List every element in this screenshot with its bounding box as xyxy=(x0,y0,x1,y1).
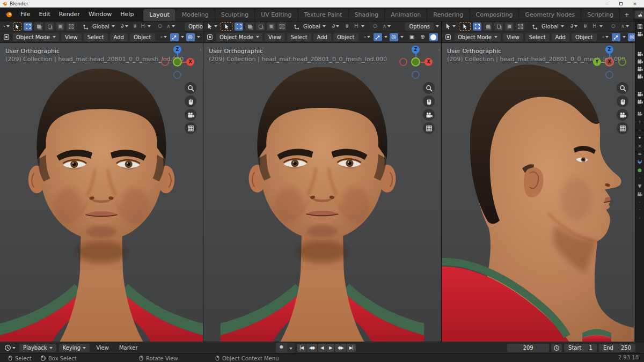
overlays-dropdown[interactable] xyxy=(197,36,200,38)
transform-orientation[interactable]: Global xyxy=(303,24,320,29)
select-mode-invert[interactable] xyxy=(505,23,514,31)
view-menu[interactable]: View xyxy=(61,33,82,41)
pivot-point-button[interactable]: ∂ xyxy=(120,23,129,31)
vp2-canvas[interactable]: User Orthographic (209) Collection | hea… xyxy=(203,43,441,342)
camera-toggle-icon[interactable] xyxy=(637,31,643,37)
gizmo-axis-x[interactable]: X xyxy=(186,58,194,66)
editor-type-button[interactable] xyxy=(206,23,218,31)
select-mode-subtract[interactable] xyxy=(45,23,54,31)
xray-toggle[interactable]: ▣ xyxy=(408,33,416,41)
head-model-front[interactable] xyxy=(0,43,203,342)
prev-keyframe-button[interactable]: ◀◆ xyxy=(306,344,317,352)
pan-hand-icon[interactable] xyxy=(185,95,196,107)
tab-shading[interactable]: Shading xyxy=(349,9,385,21)
tab-animation[interactable]: Animation xyxy=(385,9,427,21)
menu-file[interactable]: File xyxy=(16,11,34,18)
record-options-dropdown[interactable] xyxy=(287,343,295,353)
jump-to-start-button[interactable]: |◀ xyxy=(297,344,306,352)
gizmo-axis-z[interactable]: Z xyxy=(412,46,420,54)
show-gizmos-button[interactable] xyxy=(612,33,620,41)
add-menu[interactable]: Add xyxy=(552,33,569,41)
zoom-icon[interactable] xyxy=(423,82,435,94)
blender-menu-icon[interactable] xyxy=(4,10,14,19)
end-frame-field[interactable]: End250 xyxy=(599,344,635,352)
camera-view-icon[interactable] xyxy=(617,109,628,121)
use-preview-range-icon[interactable] xyxy=(551,344,562,352)
playback-menu[interactable]: Playback xyxy=(19,344,56,352)
gizmo-axis-y-neg[interactable] xyxy=(618,58,626,66)
falloff-curve-button[interactable]: ∧ xyxy=(166,23,175,31)
active-tool-select-box[interactable] xyxy=(13,22,21,31)
start-frame-field[interactable]: Start1 xyxy=(564,344,597,352)
gizmo-axis-z-neg[interactable] xyxy=(412,71,420,79)
timeline-view-menu[interactable]: View xyxy=(92,344,113,352)
properties-tab-data[interactable]: ● xyxy=(638,166,642,174)
orientation-dropdown[interactable] xyxy=(112,25,115,27)
next-keyframe-button[interactable]: ◆▶ xyxy=(335,344,346,352)
zoom-icon[interactable] xyxy=(185,82,196,94)
shading-wireframe-button[interactable]: ⊕ xyxy=(419,33,427,41)
active-tool-select-box[interactable] xyxy=(221,22,232,31)
scene-browse-button[interactable] xyxy=(635,11,644,18)
orientation-dropdown[interactable] xyxy=(323,25,326,27)
select-mode-intersect[interactable] xyxy=(516,23,524,31)
proportional-editing-button[interactable]: ⊙ xyxy=(156,23,164,31)
mode-selector[interactable]: Object Mode xyxy=(13,33,59,41)
snap-increment-button[interactable]: H· xyxy=(353,23,365,31)
overlays-dropdown[interactable] xyxy=(400,36,404,38)
tab-geometry-nodes[interactable]: Geometry Nodes xyxy=(519,9,581,21)
shading-material-button[interactable] xyxy=(440,33,441,41)
selectability-visibility-button[interactable] xyxy=(601,33,610,41)
select-mode-set[interactable] xyxy=(24,23,32,31)
pan-hand-icon[interactable] xyxy=(423,95,435,107)
camera-toggle-icon[interactable] xyxy=(637,73,643,79)
snap-increment-button[interactable]: H· xyxy=(142,23,150,31)
menu-help[interactable]: Help xyxy=(116,11,138,18)
gizmo-axis-x-front[interactable]: X xyxy=(605,57,614,67)
minimize-button[interactable]: − xyxy=(600,0,614,8)
camera-view-icon[interactable] xyxy=(423,109,435,121)
show-overlays-button[interactable]: ◎ xyxy=(186,33,195,41)
camera-toggle-icon[interactable] xyxy=(637,99,643,105)
gizmo-axis-x[interactable]: X xyxy=(425,58,433,66)
selectability-visibility-button[interactable] xyxy=(363,33,371,41)
selectability-visibility-button[interactable] xyxy=(159,33,168,41)
timeline-editor-type-button[interactable] xyxy=(3,344,17,352)
tab-layout[interactable]: Layout xyxy=(143,9,175,21)
add-menu[interactable]: Add xyxy=(110,33,128,41)
tab-rendering[interactable]: Rendering xyxy=(427,9,469,21)
snapping-magnet-icon[interactable] xyxy=(131,23,140,31)
editor-type-3d-viewport[interactable] xyxy=(444,33,452,41)
proportional-editing-button[interactable]: ⊙ xyxy=(609,23,618,31)
select-mode-set[interactable] xyxy=(473,23,481,31)
current-frame-field[interactable]: 209 xyxy=(507,344,549,352)
menu-window[interactable]: Window xyxy=(84,11,116,18)
gizmo-axis-y-front[interactable] xyxy=(411,57,420,67)
toggle-perspective-icon[interactable] xyxy=(617,122,628,134)
gizmo-axis-y[interactable]: Y xyxy=(593,58,601,66)
shading-solid-button[interactable] xyxy=(429,33,438,41)
object-menu[interactable]: Object xyxy=(333,33,358,41)
pivot-point-button[interactable]: ∂ xyxy=(569,23,579,31)
tab-scripting[interactable]: Scripting xyxy=(581,9,619,21)
gizmo-axis-y-front[interactable] xyxy=(173,57,182,67)
menu-render[interactable]: Render xyxy=(55,11,84,18)
camera-view-icon[interactable] xyxy=(185,109,196,121)
gizmos-dropdown[interactable] xyxy=(181,36,184,38)
select-mode-extend[interactable] xyxy=(245,23,254,31)
transform-orientation[interactable]: Global xyxy=(92,24,109,29)
show-gizmos-button[interactable] xyxy=(374,33,382,41)
menu-edit[interactable]: Edit xyxy=(34,11,54,18)
orientation-dropdown[interactable] xyxy=(561,25,564,27)
editor-type-3d-viewport[interactable] xyxy=(2,33,11,41)
navigation-gizmo[interactable]: Z X xyxy=(161,46,194,79)
gizmo-axis-x-neg[interactable] xyxy=(161,58,169,66)
play-reverse-button[interactable]: ◀ xyxy=(318,344,326,352)
mode-selector[interactable]: Object Mode xyxy=(216,33,262,41)
head-model-profile[interactable] xyxy=(442,43,635,342)
gizmo-axis-z[interactable]: Z xyxy=(605,46,613,54)
show-gizmos-button[interactable] xyxy=(170,33,179,41)
properties-tab-render[interactable] xyxy=(637,109,642,117)
gizmo-axis-z-neg[interactable] xyxy=(605,71,613,79)
area-corner[interactable]: ‹ xyxy=(438,47,440,53)
